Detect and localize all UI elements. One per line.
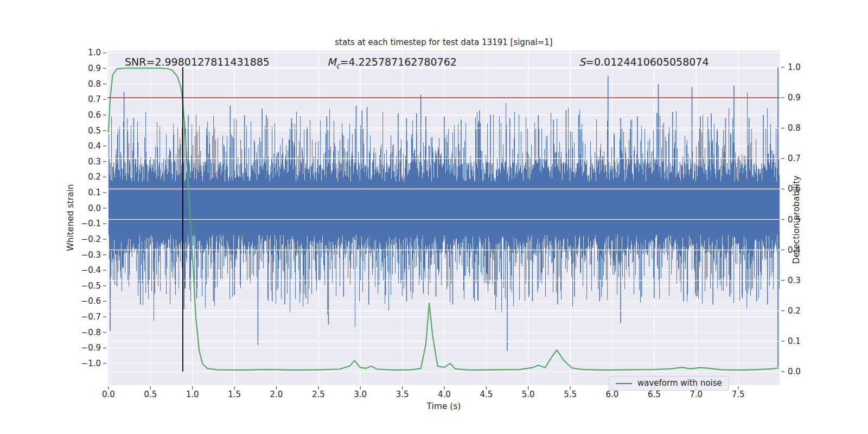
- left-tick-label: −0.3: [81, 250, 101, 260]
- right-tick-label: 0.1: [788, 336, 801, 346]
- x-tick-label: 2.0: [268, 390, 285, 399]
- annotation-snr: SNR=2.9980127811431885: [125, 56, 270, 68]
- legend: waveform with noise: [609, 376, 729, 391]
- annotation-s-var: S: [579, 56, 585, 68]
- left-tick-label: −1.0: [81, 359, 101, 368]
- chart-title: stats at each timestep for test data 131…: [107, 37, 780, 47]
- left-tick-label: −0.2: [81, 234, 101, 244]
- annotation-s-value: =0.0124410605058074: [585, 56, 709, 68]
- left-tick-label: 0.7: [88, 94, 101, 104]
- annotation-mc: Mc=4.225787162780762: [327, 56, 457, 70]
- left-tick-label: 0.0: [88, 203, 101, 213]
- x-axis-label: Time (s): [107, 401, 780, 411]
- left-tick-label: −0.9: [81, 343, 101, 353]
- right-tick-label: 0.0: [788, 367, 801, 376]
- right-tick-label: 0.7: [788, 154, 801, 163]
- right-tick-label: 0.3: [788, 276, 801, 285]
- left-tick-label: −0.1: [81, 219, 101, 228]
- legend-label: waveform with noise: [637, 376, 722, 390]
- x-tick-label: 3.5: [394, 390, 411, 399]
- x-tick-label: 7.0: [687, 390, 705, 399]
- left-tick-label: 0.4: [88, 141, 101, 151]
- annotation-mc-var: M: [327, 56, 336, 68]
- x-tick-label: 1.5: [226, 390, 243, 399]
- right-tick-label: 0.6: [788, 184, 801, 194]
- x-tick-label: 0.0: [100, 390, 117, 399]
- x-tick-label: 3.0: [352, 390, 369, 399]
- x-tick-label: 1.0: [184, 390, 201, 399]
- left-tick-label: −0.4: [81, 265, 101, 275]
- x-tick-label: 6.5: [646, 390, 663, 399]
- left-tick-label: −0.6: [81, 296, 101, 306]
- x-tick-label: 4.0: [436, 390, 453, 399]
- right-tick-label: 0.9: [788, 93, 801, 103]
- annotation-mc-value: =4.225787162780762: [340, 56, 457, 68]
- left-tick-label: 0.5: [88, 126, 101, 136]
- left-tick-label: 0.1: [88, 188, 101, 197]
- annotation-mc-sub: c: [336, 62, 340, 70]
- right-tick-label: 0.4: [788, 245, 801, 255]
- left-tick-label: 0.3: [88, 157, 101, 167]
- right-tick-label: 1.0: [788, 62, 801, 72]
- right-tick-label: 0.2: [788, 306, 801, 316]
- x-tick-label: 7.5: [730, 390, 747, 399]
- x-tick-label: 6.0: [604, 390, 621, 399]
- annotation-snr-value: =2.9980127811431885: [146, 56, 269, 68]
- left-tick-label: −0.8: [81, 328, 101, 337]
- left-tick-label: −0.5: [81, 281, 101, 291]
- left-tick-label: 0.2: [88, 172, 101, 182]
- left-tick-label: 0.9: [88, 63, 101, 73]
- x-tick-label: 4.5: [477, 390, 495, 399]
- left-tick-label: 0.6: [88, 110, 101, 120]
- legend-line-swatch: [616, 383, 632, 384]
- right-tick-label: 0.8: [788, 123, 801, 133]
- left-tick-label: 1.0: [88, 48, 101, 58]
- x-tick-label: 2.5: [310, 390, 327, 399]
- left-tick-label: −0.7: [81, 312, 101, 322]
- annotation-snr-var: SNR: [125, 56, 146, 68]
- x-tick-label: 5.0: [520, 390, 537, 399]
- annotation-s: S=0.0124410605058074: [579, 56, 709, 68]
- figure-window: stats at each timestep for test data 131…: [0, 0, 868, 434]
- right-tick-label: 0.5: [788, 215, 801, 225]
- x-tick-label: 5.5: [561, 390, 579, 399]
- left-tick-label: 0.8: [88, 79, 101, 89]
- x-tick-label: 0.5: [142, 390, 159, 399]
- left-axis-label: Whitened strain: [66, 180, 75, 256]
